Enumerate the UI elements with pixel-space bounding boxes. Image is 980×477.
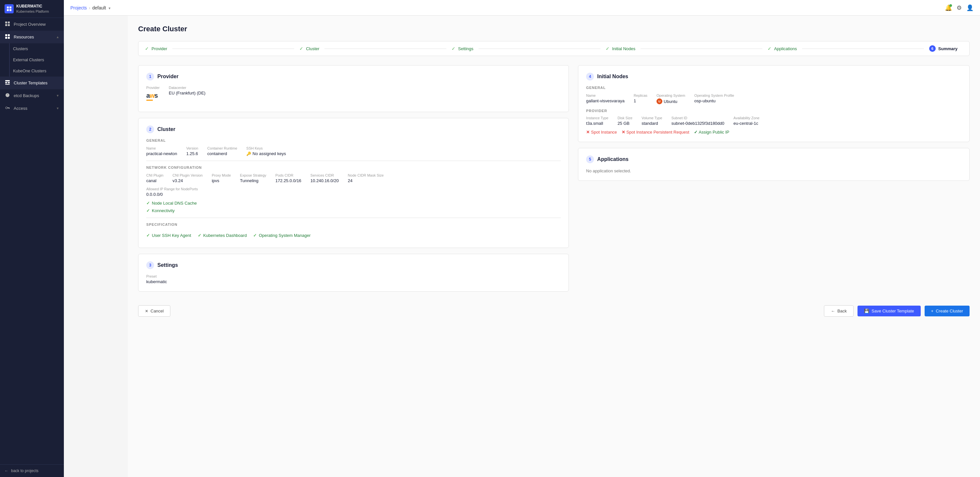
- initial-nodes-header: 4 Initial Nodes: [586, 73, 961, 81]
- back-to-projects[interactable]: ← back to projects: [0, 464, 64, 477]
- initial-nodes-num: 4: [586, 73, 594, 81]
- cluster-check-icon: ✓: [299, 46, 303, 51]
- spot-persistent-label: Spot Instance Persistent Request: [627, 130, 689, 135]
- datacenter-label: Datacenter: [169, 86, 205, 90]
- save-cluster-template-button[interactable]: 💾 Save Cluster Template: [858, 305, 921, 316]
- specification-label: SPECIFICATION: [146, 223, 561, 226]
- stepper: ✓ Provider ✓ Cluster ✓ Settings ✓ Initia…: [138, 41, 970, 56]
- node-cidr-field: Node CIDR Mask Size 24: [348, 173, 384, 183]
- sidebar-item-external-clusters[interactable]: External Clusters: [10, 54, 64, 65]
- aws-logo-text: aws: [146, 92, 158, 99]
- cluster-name-value: practical-newton: [146, 151, 177, 156]
- provider-field-label: Provider: [146, 86, 160, 90]
- breadcrumb-projects[interactable]: Projects: [70, 5, 87, 10]
- sidebar-item-project-overview[interactable]: Project Overview: [0, 18, 64, 31]
- replicas-field: Replicas 1: [634, 94, 648, 104]
- step-provider: ✓ Provider: [145, 46, 172, 51]
- svg-rect-18: [9, 108, 10, 109]
- replicas-label: Replicas: [634, 94, 648, 97]
- svg-rect-12: [5, 80, 10, 81]
- page-title: Create Cluster: [138, 25, 970, 33]
- sidebar-item-cluster-templates[interactable]: Cluster Templates: [0, 76, 64, 89]
- sidebar-navigation: Project Overview Resources ▲ Clusters Ex…: [0, 18, 64, 464]
- svg-rect-0: [7, 6, 9, 8]
- cancel-button[interactable]: ✕ Cancel: [138, 305, 170, 317]
- cni-version-value: v3.24: [173, 178, 203, 183]
- right-column: 4 Initial Nodes GENERAL Name gallant-vis…: [578, 65, 970, 297]
- konnectivity-row: ✓ Konnectivity: [146, 208, 561, 213]
- provider-section-header: 1 Provider: [146, 73, 561, 81]
- svg-rect-7: [8, 24, 10, 26]
- os-manager-check-icon: ✓: [253, 233, 257, 238]
- allowed-ip-label: Allowed IP Range for NodePorts: [146, 187, 561, 191]
- settings-section-title: Settings: [158, 262, 178, 268]
- spot-instance-tag: ✕ Spot Instance: [586, 130, 617, 135]
- footer-right-buttons: ← Back 💾 Save Cluster Template + Create …: [824, 305, 970, 317]
- external-clusters-label: External Clusters: [13, 58, 44, 62]
- disk-size-field: Disk Size 25 GB: [617, 116, 632, 126]
- etcd-backups-icon: [5, 92, 10, 99]
- sidebar-item-access[interactable]: Access ▼: [0, 102, 64, 115]
- logo-icon: [5, 4, 14, 13]
- cni-plugin-label: CNI Plugin: [146, 173, 164, 177]
- provider-field: Provider aws: [146, 86, 160, 101]
- sidebar-item-resources[interactable]: Resources ▲: [0, 31, 64, 43]
- allowed-ip-field: Allowed IP Range for NodePorts 0.0.0.0/0: [146, 187, 561, 197]
- sidebar-item-kubeone-clusters[interactable]: KubeOne Clusters: [10, 65, 64, 76]
- konnectivity-label: Konnectivity: [152, 208, 175, 213]
- settings-label: Settings: [458, 46, 473, 51]
- os-profile-field: Operating System Profile osp-ubuntu: [694, 94, 734, 104]
- preset-label: Preset: [146, 274, 561, 278]
- sidebar-item-clusters[interactable]: Clusters: [10, 43, 64, 54]
- os-profile-label: Operating System Profile: [694, 94, 734, 97]
- cancel-x-icon: ✕: [145, 309, 148, 313]
- breadcrumb: Projects › default ▼: [70, 5, 111, 10]
- footer-actions: ✕ Cancel ← Back 💾 Save Cluster Template …: [138, 305, 970, 317]
- cluster-label: Cluster: [306, 46, 319, 51]
- user-ssh-row: ✓ User SSH Key Agent: [146, 233, 191, 238]
- version-label: Version: [186, 146, 199, 150]
- back-arrow-left-icon: ←: [831, 308, 835, 313]
- konnectivity-check-icon: ✓: [146, 208, 150, 213]
- user-ssh-check-icon: ✓: [146, 233, 150, 238]
- cluster-templates-label: Cluster Templates: [14, 81, 48, 85]
- subnet-id-value: subnet-0deb1325f3d180dd0: [671, 121, 725, 126]
- applications-label: Applications: [774, 46, 797, 51]
- subnet-id-field: Subnet ID subnet-0deb1325f3d180dd0: [671, 116, 725, 126]
- nodes-provider-label: PROVIDER: [586, 109, 961, 113]
- sidebar-item-etcd-backups[interactable]: etcd Backups ▼: [0, 89, 64, 102]
- proxy-mode-label: Proxy Mode: [212, 173, 231, 177]
- subnet-id-label: Subnet ID: [671, 116, 725, 120]
- network-fields: CNI Plugin canal CNI Plugin Version v3.2…: [146, 173, 561, 183]
- expose-strategy-label: Expose Strategy: [240, 173, 267, 177]
- user-icon[interactable]: 👤: [966, 4, 974, 11]
- left-column: 1 Provider Provider aws Data: [138, 65, 569, 297]
- settings-section: 3 Settings Preset kubermatic: [138, 254, 569, 292]
- cluster-section-title: Cluster: [158, 126, 175, 132]
- settings-section-header: 3 Settings: [146, 261, 561, 269]
- svg-rect-13: [5, 82, 7, 83]
- etcd-backups-label: etcd Backups: [14, 93, 39, 98]
- network-config-label: NETWORK CONFIGURATION: [146, 165, 561, 169]
- svg-rect-14: [8, 82, 10, 83]
- kubernetes-dashboard-label: Kubernetes Dashboard: [203, 233, 247, 238]
- node-local-dns-row: ✓ Node Local DNS Cache: [146, 201, 561, 205]
- availability-zone-field: Availability Zone eu-central-1c: [733, 116, 759, 126]
- initial-nodes-section: 4 Initial Nodes GENERAL Name gallant-vis…: [578, 65, 970, 142]
- notifications-icon[interactable]: 🔔: [945, 4, 952, 11]
- settings-icon[interactable]: ⚙: [956, 4, 962, 11]
- os-profile-value: osp-ubuntu: [694, 99, 734, 103]
- no-app-text: No application selected.: [586, 169, 961, 173]
- ssh-keys-label: SSH Keys: [246, 146, 286, 150]
- notification-badge: [950, 4, 952, 7]
- provider-check-icon: ✓: [145, 46, 149, 51]
- divider-2: [146, 218, 561, 218]
- back-button[interactable]: ← Back: [824, 305, 854, 317]
- cni-plugin-value: canal: [146, 178, 164, 183]
- access-icon: [5, 105, 10, 111]
- settings-section-num: 3: [146, 261, 154, 269]
- os-manager-label: Operating System Manager: [259, 233, 310, 238]
- step-settings: ✓ Settings: [446, 46, 479, 51]
- create-cluster-button[interactable]: + Create Cluster: [924, 305, 970, 316]
- os-label: Operating System: [657, 94, 685, 97]
